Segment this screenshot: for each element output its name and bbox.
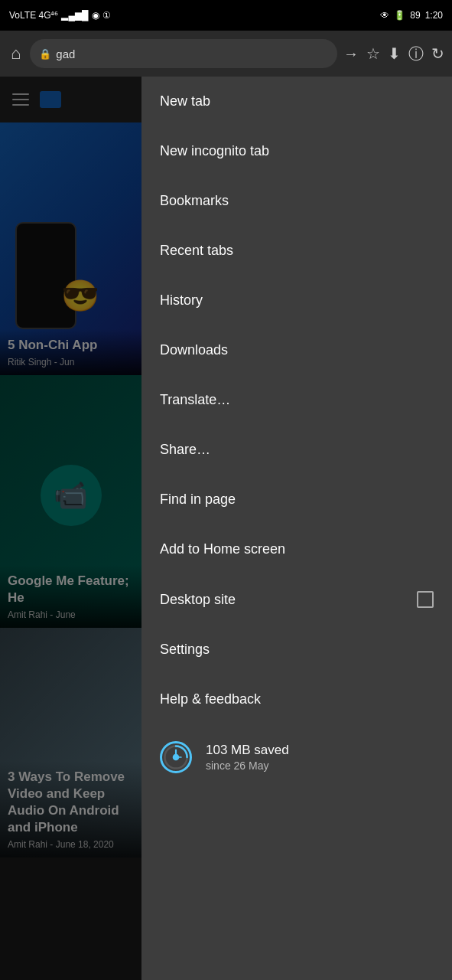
menu-item-add-to-home[interactable]: Add to Home screen: [141, 524, 452, 574]
eye-icon: 👁: [380, 10, 389, 21]
savings-icon: [160, 741, 192, 773]
menu-label-history: History: [160, 292, 203, 309]
signal-bars: ▂▄▆█: [61, 10, 88, 21]
menu-label-share: Share…: [160, 442, 210, 458]
menu-label-find-in-page: Find in page: [160, 492, 236, 508]
overlay-dim: [0, 77, 141, 980]
menu-item-find-in-page[interactable]: Find in page: [141, 475, 452, 524]
status-left: VoLTE 4G⁴⁶ ▂▄▆█ ◉ ①: [9, 10, 111, 21]
url-text: gad: [56, 47, 75, 60]
savings-amount: 103 MB saved: [206, 743, 289, 758]
menu-label-downloads: Downloads: [160, 342, 228, 358]
menu-item-desktop-site[interactable]: Desktop site: [141, 574, 452, 625]
menu-label-new-tab: New tab: [160, 93, 210, 109]
menu-label-desktop-site: Desktop site: [160, 592, 236, 608]
info-icon[interactable]: ⓘ: [408, 44, 424, 64]
menu-label-add-to-home: Add to Home screen: [160, 541, 285, 557]
time-display: 1:20: [425, 10, 443, 21]
menu-label-settings: Settings: [160, 642, 210, 658]
status-bar: VoLTE 4G⁴⁶ ▂▄▆█ ◉ ① 👁 🔋 89 1:20: [0, 0, 452, 31]
menu-item-downloads[interactable]: Downloads: [141, 325, 452, 375]
toolbar-icons: → ☆ ⬇ ⓘ ↻: [343, 44, 444, 64]
menu-item-settings[interactable]: Settings: [141, 625, 452, 675]
desktop-site-checkbox[interactable]: [417, 591, 434, 608]
lock-icon: 🔒: [39, 48, 51, 60]
home-icon[interactable]: ⌂: [8, 41, 24, 67]
menu-item-new-incognito-tab[interactable]: New incognito tab: [141, 126, 452, 176]
menu-item-bookmarks[interactable]: Bookmarks: [141, 176, 452, 226]
url-box[interactable]: 🔒 gad: [30, 39, 337, 68]
savings-section: 103 MB saved since 26 May: [141, 724, 452, 790]
notification-icon: ①: [102, 10, 111, 21]
menu-item-help-feedback[interactable]: Help & feedback: [141, 675, 452, 724]
dropdown-menu: New tab New incognito tab Bookmarks Rece…: [141, 77, 452, 980]
status-right: 👁 🔋 89 1:20: [380, 10, 443, 21]
menu-item-history[interactable]: History: [141, 276, 452, 325]
battery-icon: 🔋: [394, 10, 405, 21]
address-bar: ⌂ 🔒 gad → ☆ ⬇ ⓘ ↻: [0, 31, 452, 77]
forward-icon[interactable]: →: [343, 45, 359, 63]
menu-item-translate[interactable]: Translate…: [141, 375, 452, 425]
download-icon[interactable]: ⬇: [388, 44, 401, 63]
savings-date: since 26 May: [206, 760, 289, 772]
wifi-icon: ◉: [92, 10, 99, 21]
menu-item-recent-tabs[interactable]: Recent tabs: [141, 226, 452, 276]
savings-spinner-svg: [162, 741, 190, 773]
menu-label-bookmarks: Bookmarks: [160, 193, 229, 209]
menu-item-share[interactable]: Share…: [141, 425, 452, 475]
menu-label-new-incognito-tab: New incognito tab: [160, 143, 269, 159]
bookmark-icon[interactable]: ☆: [366, 44, 380, 63]
menu-item-new-tab[interactable]: New tab: [141, 77, 452, 126]
menu-label-translate: Translate…: [160, 392, 230, 408]
savings-info: 103 MB saved since 26 May: [206, 743, 289, 772]
refresh-icon[interactable]: ↻: [431, 44, 444, 63]
carrier-text: VoLTE 4G⁴⁶: [9, 10, 58, 21]
menu-label-recent-tabs: Recent tabs: [160, 243, 233, 259]
battery-percent: 89: [410, 10, 420, 21]
menu-label-help-feedback: Help & feedback: [160, 691, 261, 707]
